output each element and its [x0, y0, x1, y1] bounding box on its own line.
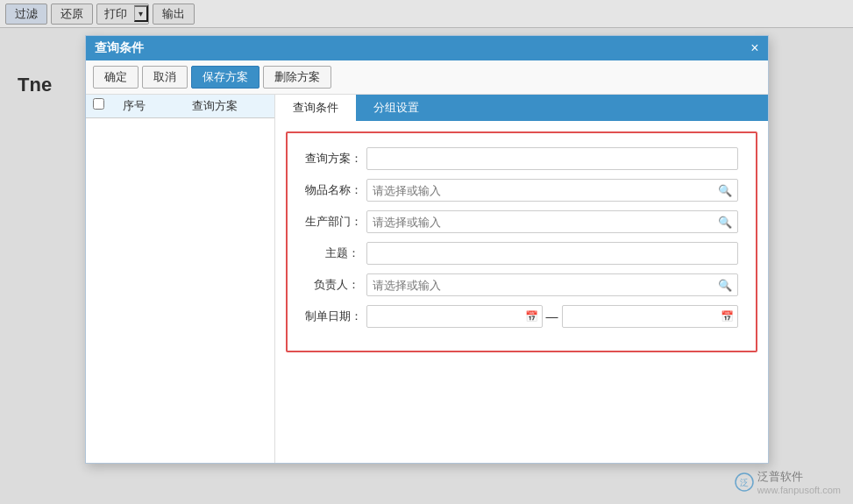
cancel-button[interactable]: 取消	[142, 66, 188, 89]
calendar-end-icon[interactable]: 📅	[717, 310, 737, 323]
list-header: 序号 查询方案	[86, 95, 274, 118]
query-dialog: 查询条件 × 确定 取消 保存方案 删除方案 序号 查询方案	[85, 35, 769, 464]
tab-query-conditions[interactable]: 查询条件	[275, 95, 356, 121]
product-name-label: 物品名称：	[305, 182, 366, 198]
query-plan-label: 查询方案：	[305, 151, 366, 167]
dialog-actions: 确定 取消 保存方案 删除方案	[86, 60, 768, 95]
brand-logo-icon: 泛	[735, 472, 754, 492]
date-separator: —	[546, 309, 558, 323]
dialog-title: 查询条件	[95, 40, 144, 56]
date-start-field: 📅	[366, 305, 543, 328]
department-field: 🔍	[366, 210, 738, 233]
delete-plan-button[interactable]: 删除方案	[263, 66, 331, 89]
brand-url: www.fanpusoft.com	[757, 485, 841, 495]
date-label: 制单日期：	[305, 309, 366, 324]
product-name-input[interactable]	[367, 182, 713, 199]
right-panel: 查询条件 分组设置 查询方案： 物品名称： 🔍	[275, 95, 768, 463]
form-row-query-plan: 查询方案：	[305, 147, 738, 170]
form-row-department: 生产部门： 🔍	[305, 210, 738, 233]
svg-text:泛: 泛	[740, 478, 749, 487]
dialog-overlay: 查询条件 × 确定 取消 保存方案 删除方案 序号 查询方案	[0, 0, 853, 504]
dialog-titlebar: 查询条件 ×	[86, 36, 768, 60]
responsible-field: 🔍	[366, 273, 738, 296]
tab-group-settings[interactable]: 分组设置	[356, 95, 437, 121]
dialog-body: 序号 查询方案 查询条件 分组设置 查询方案：	[86, 95, 768, 463]
brand-name: 泛普软件	[757, 469, 841, 485]
responsible-label: 负责人：	[305, 277, 366, 293]
department-search-icon[interactable]: 🔍	[713, 216, 737, 229]
department-input[interactable]	[367, 214, 713, 231]
product-name-search-icon[interactable]: 🔍	[713, 184, 737, 197]
list-col-num: 序号	[112, 98, 156, 114]
date-start-input[interactable]	[367, 309, 522, 325]
list-col-name: 查询方案	[156, 98, 274, 114]
calendar-start-icon[interactable]: 📅	[522, 310, 542, 323]
date-range-field: 📅 — 📅	[366, 305, 738, 328]
form-row-responsible: 负责人： 🔍	[305, 273, 738, 296]
list-col-check	[86, 98, 112, 114]
date-end-input[interactable]	[563, 309, 717, 325]
form-row-date: 制单日期： 📅 — 📅	[305, 305, 738, 328]
watermark-text: 泛普软件 www.fanpusoft.com	[757, 469, 841, 495]
query-plan-input[interactable]	[366, 147, 738, 170]
confirm-button[interactable]: 确定	[93, 66, 139, 89]
date-end-field: 📅	[562, 305, 738, 328]
form-row-subject: 主题：	[305, 242, 738, 265]
list-body	[86, 118, 274, 463]
save-plan-button[interactable]: 保存方案	[191, 66, 259, 89]
select-all-checkbox[interactable]	[93, 98, 104, 110]
dialog-close-button[interactable]: ×	[750, 41, 758, 55]
responsible-search-icon[interactable]: 🔍	[713, 279, 737, 292]
product-name-field: 🔍	[366, 179, 738, 202]
left-panel: 序号 查询方案	[86, 95, 275, 463]
tabs: 查询条件 分组设置	[275, 95, 768, 121]
subject-input[interactable]	[366, 242, 738, 265]
form-row-product-name: 物品名称： 🔍	[305, 179, 738, 202]
responsible-input[interactable]	[367, 277, 713, 294]
query-form: 查询方案： 物品名称： 🔍 生产部门：	[286, 131, 757, 352]
department-label: 生产部门：	[305, 214, 366, 230]
subject-label: 主题：	[305, 245, 366, 261]
watermark: 泛 泛普软件 www.fanpusoft.com	[735, 469, 841, 495]
